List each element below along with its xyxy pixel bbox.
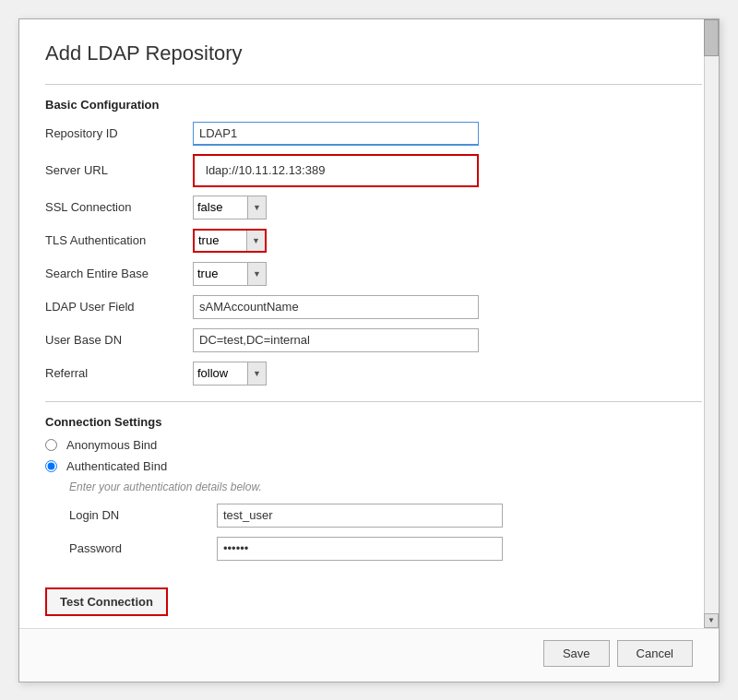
auth-hint: Enter your authentication details below. [69, 481, 702, 493]
test-connection-button[interactable]: Test Connection [45, 587, 168, 616]
referral-wrapper[interactable]: follow ignore throw ▼ [193, 362, 267, 386]
connection-section-divider [45, 401, 702, 402]
anonymous-bind-row: Anonymous Bind [45, 438, 702, 452]
tls-auth-control: true false ▼ [193, 229, 479, 253]
search-entire-base-control: true false ▼ [193, 262, 479, 286]
repository-id-input[interactable] [193, 122, 479, 146]
referral-label: Referral [45, 366, 193, 380]
ldap-user-field-row: LDAP User Field [45, 294, 702, 320]
anonymous-bind-radio[interactable] [45, 439, 57, 451]
tls-auth-row: TLS Authentication true false ▼ [45, 228, 702, 254]
tls-select-wrapper[interactable]: true false ▼ [193, 229, 267, 253]
authenticated-bind-label: Authenticated Bind [66, 459, 167, 473]
ldap-user-field-control [193, 295, 479, 319]
user-base-dn-label: User Base DN [45, 333, 193, 347]
authenticated-bind-radio[interactable] [45, 460, 57, 472]
password-row: Password [69, 536, 702, 562]
server-url-label: Server URL [45, 163, 193, 177]
tls-select-arrow[interactable]: ▼ [246, 231, 265, 251]
ssl-select-arrow[interactable]: ▼ [247, 196, 266, 219]
server-url-input[interactable] [200, 159, 471, 183]
user-base-dn-row: User Base DN [45, 327, 702, 353]
ssl-select-wrapper[interactable]: false true ▼ [193, 196, 267, 219]
search-entire-base-select[interactable]: true false [194, 263, 247, 285]
scrollbar-track: ▲ ▼ [704, 19, 719, 628]
page-title: Add LDAP Repository [45, 42, 702, 65]
server-url-highlight-box [193, 154, 479, 187]
add-ldap-dialog: Add LDAP Repository Basic Configuration … [18, 18, 720, 682]
tls-auth-select[interactable]: true false [195, 231, 246, 251]
referral-arrow[interactable]: ▼ [247, 362, 266, 385]
referral-select[interactable]: follow ignore throw [194, 362, 247, 385]
dialog-footer: Save Cancel [19, 628, 719, 682]
search-entire-base-wrapper[interactable]: true false ▼ [193, 262, 267, 286]
login-dn-label: Login DN [69, 508, 217, 522]
ldap-user-field-input[interactable] [193, 295, 479, 319]
repository-id-row: Repository ID [45, 121, 702, 147]
save-button[interactable]: Save [543, 640, 610, 667]
referral-row: Referral follow ignore throw ▼ [45, 361, 702, 386]
login-dn-control [217, 504, 503, 528]
login-dn-row: Login DN [69, 503, 702, 528]
basic-section-divider [45, 84, 702, 85]
password-input[interactable] [217, 537, 503, 561]
ssl-connection-select[interactable]: false true [194, 196, 247, 219]
referral-control: follow ignore throw ▼ [193, 362, 479, 386]
tls-auth-label: TLS Authentication [45, 233, 193, 247]
login-dn-input[interactable] [217, 504, 503, 528]
search-entire-base-row: Search Entire Base true false ▼ [45, 261, 702, 287]
user-base-dn-control [193, 328, 479, 352]
ldap-user-field-label: LDAP User Field [45, 300, 193, 314]
cancel-button[interactable]: Cancel [617, 640, 693, 667]
authenticated-bind-row: Authenticated Bind [45, 459, 702, 473]
auth-fields: Login DN Password [69, 503, 702, 562]
repository-id-control [193, 122, 479, 146]
basic-section-title: Basic Configuration [45, 98, 702, 112]
user-base-dn-input[interactable] [193, 328, 479, 352]
password-control [217, 537, 503, 561]
search-entire-base-label: Search Entire Base [45, 267, 193, 280]
repository-id-label: Repository ID [45, 126, 193, 140]
dialog-body: Add LDAP Repository Basic Configuration … [19, 19, 719, 628]
server-url-row: Server URL [45, 154, 702, 187]
connection-section-title: Connection Settings [45, 415, 702, 429]
ssl-connection-label: SSL Connection [45, 200, 193, 214]
server-url-control [193, 154, 479, 187]
scrollbar-down-arrow[interactable]: ▼ [704, 613, 719, 628]
ssl-connection-control: false true ▼ [193, 196, 479, 219]
search-entire-base-arrow[interactable]: ▼ [247, 263, 266, 285]
password-label: Password [69, 541, 217, 555]
ssl-connection-row: SSL Connection false true ▼ [45, 195, 702, 220]
scrollbar-thumb[interactable] [704, 19, 719, 56]
connection-settings-section: Connection Settings Anonymous Bind Authe… [45, 401, 702, 562]
anonymous-bind-label: Anonymous Bind [66, 438, 157, 452]
